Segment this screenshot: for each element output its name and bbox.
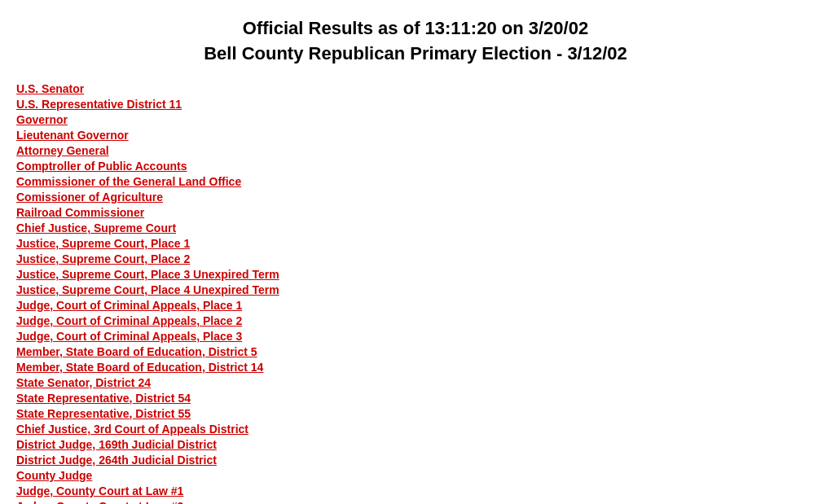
nav-link-10[interactable]: Justice, Supreme Court, Place 1 bbox=[16, 237, 190, 250]
nav-link-14[interactable]: Judge, Court of Criminal Appeals, Place … bbox=[16, 299, 242, 312]
nav-link-1[interactable]: U.S. Representative District 11 bbox=[16, 98, 182, 111]
nav-link-25[interactable]: County Judge bbox=[16, 469, 92, 482]
list-item: District Judge, 169th Judicial District bbox=[16, 437, 815, 452]
list-item: Judge, County Court at Law #2 bbox=[16, 499, 815, 504]
nav-link-18[interactable]: Member, State Board of Education, Distri… bbox=[16, 361, 263, 374]
list-item: Comissioner of Agriculture bbox=[16, 190, 815, 204]
list-item: U.S. Senator bbox=[16, 81, 815, 96]
nav-link-2[interactable]: Governor bbox=[16, 113, 68, 126]
navigation-list: U.S. SenatorU.S. Representative District… bbox=[0, 75, 831, 504]
list-item: Chief Justice, Supreme Court bbox=[16, 221, 815, 235]
list-item: Attorney General bbox=[16, 143, 815, 158]
list-item: U.S. Representative District 11 bbox=[16, 97, 815, 112]
title-line1: Official Results as of 13:11:20 on 3/20/… bbox=[243, 18, 588, 38]
list-item: Judge, County Court at Law #1 bbox=[16, 484, 815, 498]
nav-link-3[interactable]: Lieutenant Governor bbox=[16, 129, 129, 142]
list-item: State Representative, District 54 bbox=[16, 391, 815, 405]
list-item: Member, State Board of Education, Distri… bbox=[16, 360, 815, 375]
nav-link-7[interactable]: Comissioner of Agriculture bbox=[16, 191, 163, 204]
list-item: County Judge bbox=[16, 468, 815, 483]
nav-link-4[interactable]: Attorney General bbox=[16, 144, 109, 157]
nav-link-23[interactable]: District Judge, 169th Judicial District bbox=[16, 438, 217, 451]
nav-link-22[interactable]: Chief Justice, 3rd Court of Appeals Dist… bbox=[16, 423, 248, 436]
list-item: Commissioner of the General Land Office bbox=[16, 174, 815, 189]
nav-link-19[interactable]: State Senator, District 24 bbox=[16, 376, 151, 389]
list-item: State Senator, District 24 bbox=[16, 375, 815, 390]
list-item: Justice, Supreme Court, Place 4 Unexpire… bbox=[16, 283, 815, 297]
list-item: State Representative, District 55 bbox=[16, 406, 815, 421]
nav-link-27[interactable]: Judge, County Court at Law #2 bbox=[16, 500, 183, 504]
list-item: Railroad Commissioner bbox=[16, 205, 815, 220]
list-item: Judge, Court of Criminal Appeals, Place … bbox=[16, 313, 815, 328]
nav-link-12[interactable]: Justice, Supreme Court, Place 3 Unexpire… bbox=[16, 268, 279, 281]
nav-link-0[interactable]: U.S. Senator bbox=[16, 82, 84, 95]
nav-link-13[interactable]: Justice, Supreme Court, Place 4 Unexpire… bbox=[16, 283, 279, 296]
page-title: Official Results as of 13:11:20 on 3/20/… bbox=[8, 16, 823, 67]
list-item: District Judge, 264th Judicial District bbox=[16, 453, 815, 467]
list-item: Justice, Supreme Court, Place 1 bbox=[16, 236, 815, 251]
nav-link-6[interactable]: Commissioner of the General Land Office bbox=[16, 175, 241, 188]
nav-link-15[interactable]: Judge, Court of Criminal Appeals, Place … bbox=[16, 314, 242, 327]
nav-link-21[interactable]: State Representative, District 55 bbox=[16, 407, 191, 420]
nav-link-20[interactable]: State Representative, District 54 bbox=[16, 392, 191, 405]
nav-link-11[interactable]: Justice, Supreme Court, Place 2 bbox=[16, 252, 190, 265]
list-item: Judge, Court of Criminal Appeals, Place … bbox=[16, 329, 815, 344]
list-item: Chief Justice, 3rd Court of Appeals Dist… bbox=[16, 422, 815, 436]
nav-link-16[interactable]: Judge, Court of Criminal Appeals, Place … bbox=[16, 330, 242, 343]
list-item: Governor bbox=[16, 112, 815, 127]
list-item: Justice, Supreme Court, Place 2 bbox=[16, 252, 815, 266]
nav-link-17[interactable]: Member, State Board of Education, Distri… bbox=[16, 345, 257, 358]
list-item: Lieutenant Governor bbox=[16, 128, 815, 142]
list-item: Justice, Supreme Court, Place 3 Unexpire… bbox=[16, 267, 815, 282]
nav-link-8[interactable]: Railroad Commissioner bbox=[16, 206, 144, 219]
list-item: Comptroller of Public Accounts bbox=[16, 159, 815, 173]
nav-link-24[interactable]: District Judge, 264th Judicial District bbox=[16, 454, 217, 467]
list-item: Judge, Court of Criminal Appeals, Place … bbox=[16, 298, 815, 313]
nav-link-9[interactable]: Chief Justice, Supreme Court bbox=[16, 221, 176, 234]
nav-link-5[interactable]: Comptroller of Public Accounts bbox=[16, 160, 187, 173]
list-item: Member, State Board of Education, Distri… bbox=[16, 344, 815, 359]
nav-link-26[interactable]: Judge, County Court at Law #1 bbox=[16, 484, 183, 497]
page-container: Official Results as of 13:11:20 on 3/20/… bbox=[0, 0, 831, 504]
page-header: Official Results as of 13:11:20 on 3/20/… bbox=[0, 0, 831, 75]
title-line2: Bell County Republican Primary Election … bbox=[204, 43, 627, 64]
